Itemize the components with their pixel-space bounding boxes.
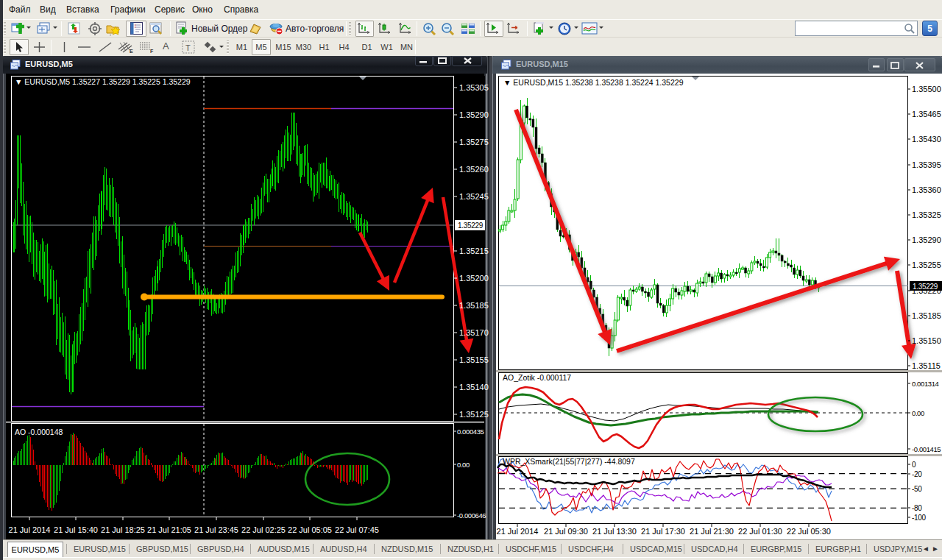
svg-text:1.35290: 1.35290 — [912, 235, 941, 244]
svg-text:1.35155: 1.35155 — [459, 355, 489, 364]
svg-text:▼ EURUSD,M15 1.35238 1.35238: ▼ EURUSD,M15 1.35238 1.35238 1.35224 1.3… — [503, 78, 684, 87]
svg-text:0: 0 — [912, 461, 916, 469]
svg-text:21 Jul 2014: 21 Jul 2014 — [497, 527, 539, 536]
svg-text:1.35275: 1.35275 — [459, 138, 489, 146]
svg-text:-100: -100 — [912, 514, 927, 522]
svg-text:AO -0.000148: AO -0.000148 — [15, 428, 63, 436]
svg-text:0.001314: 0.001314 — [912, 380, 939, 388]
svg-text:F: F — [150, 49, 154, 54]
svg-text:1.35290: 1.35290 — [459, 110, 489, 119]
svg-text:1.35115: 1.35115 — [912, 361, 941, 370]
svg-text:21 Jul 23:45: 21 Jul 23:45 — [194, 525, 238, 534]
svg-text:1.35305: 1.35305 — [459, 83, 489, 92]
svg-text:1.35215: 1.35215 — [459, 247, 489, 255]
svg-text:1.35170: 1.35170 — [459, 328, 489, 337]
svg-text:22 Jul 05:05: 22 Jul 05:05 — [288, 525, 332, 534]
svg-text:22 Jul 05:30: 22 Jul 05:30 — [787, 527, 831, 536]
svg-text:0.000435: 0.000435 — [457, 428, 484, 436]
svg-text:1.35500: 1.35500 — [912, 85, 941, 93]
svg-text:1.35229: 1.35229 — [913, 283, 938, 291]
svg-text:0.00: 0.00 — [457, 461, 470, 469]
svg-text:-0.000646: -0.000646 — [457, 511, 486, 520]
svg-text:1.35325: 1.35325 — [912, 210, 941, 219]
svg-text:1.35430: 1.35430 — [912, 135, 941, 143]
svg-text:AO_Zotik -0.000117: AO_Zotik -0.000117 — [503, 373, 571, 382]
svg-text:1.35140: 1.35140 — [459, 383, 489, 391]
svg-text:21 Jul 13:30: 21 Jul 13:30 — [592, 527, 637, 536]
svg-text:1.35150: 1.35150 — [912, 336, 941, 345]
svg-text:21 Jul 09:30: 21 Jul 09:30 — [544, 527, 588, 536]
svg-text:1.35200: 1.35200 — [459, 274, 489, 283]
svg-text:1.35255: 1.35255 — [912, 260, 941, 269]
svg-text:E: E — [130, 49, 133, 54]
svg-text:22 Jul 07:45: 22 Jul 07:45 — [335, 525, 379, 534]
svg-text:-80: -80 — [912, 504, 922, 512]
svg-text:1.35185: 1.35185 — [459, 301, 489, 310]
svg-text:1.35260: 1.35260 — [459, 165, 489, 174]
svg-text:WPR_XSmark(21|55|77|277) -44.8: WPR_XSmark(21|55|77|277) -44.8097 — [503, 457, 635, 466]
svg-text:21 Jul 15:40: 21 Jul 15:40 — [54, 525, 98, 534]
svg-text:1.35229: 1.35229 — [458, 221, 484, 230]
svg-text:21 Jul 21:05: 21 Jul 21:05 — [147, 525, 191, 534]
svg-text:-20: -20 — [912, 470, 922, 478]
svg-text:▼ EURUSD,M5 1.35227 1.35229 1: ▼ EURUSD,M5 1.35227 1.35229 1.35225 1.35… — [15, 77, 191, 86]
svg-text:21 Jul 21:30: 21 Jul 21:30 — [690, 527, 734, 536]
svg-text:21 Jul 2014: 21 Jul 2014 — [9, 525, 51, 534]
svg-text:1.35465: 1.35465 — [912, 110, 941, 118]
svg-text:1.35185: 1.35185 — [912, 311, 941, 320]
svg-text:1.35245: 1.35245 — [459, 192, 489, 201]
svg-text:21 Jul 18:25: 21 Jul 18:25 — [101, 525, 145, 534]
svg-text:1.35360: 1.35360 — [912, 185, 941, 194]
svg-text:-50: -50 — [912, 485, 922, 493]
svg-text:1.35125: 1.35125 — [459, 410, 489, 419]
svg-text:21 Jul 17:30: 21 Jul 17:30 — [641, 527, 685, 536]
svg-text:T: T — [185, 43, 191, 52]
svg-text:1.35395: 1.35395 — [912, 160, 941, 169]
svg-text:-0.001415: -0.001415 — [912, 445, 941, 453]
svg-text:0.00: 0.00 — [912, 409, 924, 417]
svg-text:22 Jul 02:25: 22 Jul 02:25 — [241, 525, 286, 534]
svg-text:22 Jul 01:30: 22 Jul 01:30 — [738, 527, 782, 536]
